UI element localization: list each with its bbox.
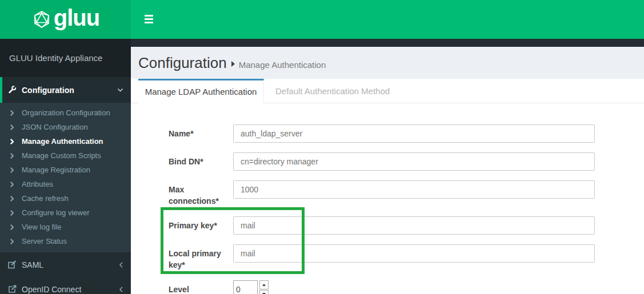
- sidebar-title: GLUU Identity Appliance: [0, 39, 131, 77]
- sidebar-item-configuration[interactable]: Configuration: [0, 77, 131, 103]
- sidebar-item-view-log-file[interactable]: View log file: [0, 220, 131, 234]
- sidebar-item-configure-log-viewer[interactable]: Configure log viewer: [0, 206, 131, 220]
- chevron-right-icon: [10, 210, 22, 216]
- sidebar-item-label: SAML: [22, 260, 43, 269]
- app-logo[interactable]: gluu: [0, 0, 131, 39]
- name-field-label: Name*: [169, 124, 228, 139]
- max-connections-input[interactable]: [233, 180, 595, 199]
- bind-dn-field-label: Bind DN*: [169, 152, 228, 167]
- caret-right-icon: [231, 61, 235, 67]
- sidebar: GLUU Identity Appliance Configuration Or…: [0, 39, 131, 294]
- form-row-bind-dn: Bind DN*: [169, 152, 644, 171]
- sidebar-item-organization-configuration[interactable]: Organization Configuration: [0, 106, 131, 120]
- sidebar-item-label: OpenID Connect: [22, 285, 81, 294]
- sidebar-item-manage-registration[interactable]: Manage Registration: [0, 163, 131, 177]
- spin-down-button[interactable]: [259, 290, 269, 294]
- spin-up-button[interactable]: [259, 280, 269, 289]
- top-header: gluu: [0, 0, 644, 39]
- form-row-primary-key: Primary key*: [169, 216, 644, 235]
- form-row-name: Name*: [169, 124, 644, 143]
- chevron-left-icon: [119, 262, 123, 268]
- chevron-right-icon: [10, 196, 22, 202]
- logo-text: gluu: [54, 6, 99, 29]
- chevron-left-icon: [119, 287, 123, 292]
- main-content: Configuration Manage Authentication Mana…: [131, 39, 644, 294]
- sidebar-item-attributes[interactable]: Attributes: [0, 177, 131, 191]
- form-row-max-connections: Max connections*: [169, 180, 644, 207]
- page-title: Configuration: [138, 54, 227, 72]
- external-link-icon: [8, 285, 17, 293]
- tab-bar: Manage LDAP Authentication Default Authe…: [131, 79, 644, 103]
- wrench-icon: [8, 86, 17, 94]
- edit-icon: [8, 260, 17, 269]
- bind-dn-input[interactable]: [233, 152, 595, 171]
- breadcrumb: Configuration Manage Authentication: [131, 47, 644, 79]
- tab-default-authentication-method[interactable]: Default Authentication Method: [264, 79, 401, 103]
- chevron-right-icon: [10, 224, 22, 230]
- ldap-authentication-form: Name* Bind DN* Max connections* Primary …: [131, 103, 644, 294]
- primary-key-input[interactable]: [233, 216, 595, 235]
- sidebar-item-manage-custom-scripts[interactable]: Manage Custom Scripts: [0, 148, 131, 163]
- header-shadow-strip: [131, 39, 644, 47]
- sidebar-item-cache-refresh[interactable]: Cache refresh: [0, 191, 131, 206]
- sidebar-item-saml[interactable]: SAML: [0, 252, 131, 277]
- level-stepper: [233, 280, 269, 294]
- sidebar-toggle-button[interactable]: [145, 15, 153, 23]
- sidebar-item-json-configuration[interactable]: JSON Configuration: [0, 120, 131, 134]
- max-connections-field-label: Max connections*: [169, 180, 228, 207]
- chevron-right-icon: [10, 239, 22, 244]
- chevron-right-icon: [10, 167, 22, 173]
- local-primary-key-field-label: Local primary key*: [169, 244, 228, 271]
- chevron-right-icon: [10, 139, 22, 144]
- sidebar-item-server-status[interactable]: Server Status: [0, 234, 131, 248]
- sidebar-item-manage-authentication[interactable]: Manage Authentication: [0, 134, 131, 148]
- hamburger-icon: [145, 15, 153, 17]
- caret-up-icon: [262, 284, 266, 286]
- breadcrumb-section: Manage Authentication: [239, 60, 326, 70]
- chevron-right-icon: [10, 110, 22, 116]
- chevron-right-icon: [10, 182, 22, 187]
- local-primary-key-input[interactable]: [233, 244, 595, 263]
- form-row-level: Level: [169, 280, 644, 294]
- configuration-submenu: Organization Configuration JSON Configur…: [0, 103, 131, 252]
- tab-manage-ldap-authentication[interactable]: Manage LDAP Authentication: [138, 79, 264, 103]
- icosahedron-icon: [31, 9, 52, 30]
- form-row-local-primary-key: Local primary key*: [169, 244, 644, 271]
- chevron-right-icon: [10, 153, 22, 159]
- level-input[interactable]: [233, 280, 258, 294]
- sidebar-item-label: Configuration: [22, 86, 74, 95]
- chevron-down-icon: [118, 88, 123, 92]
- primary-key-field-label: Primary key*: [169, 216, 228, 231]
- name-input[interactable]: [233, 124, 595, 143]
- top-navbar: [131, 0, 644, 39]
- chevron-right-icon: [10, 124, 22, 130]
- level-field-label: Level: [169, 280, 228, 294]
- sidebar-item-openid-connect[interactable]: OpenID Connect: [0, 277, 131, 294]
